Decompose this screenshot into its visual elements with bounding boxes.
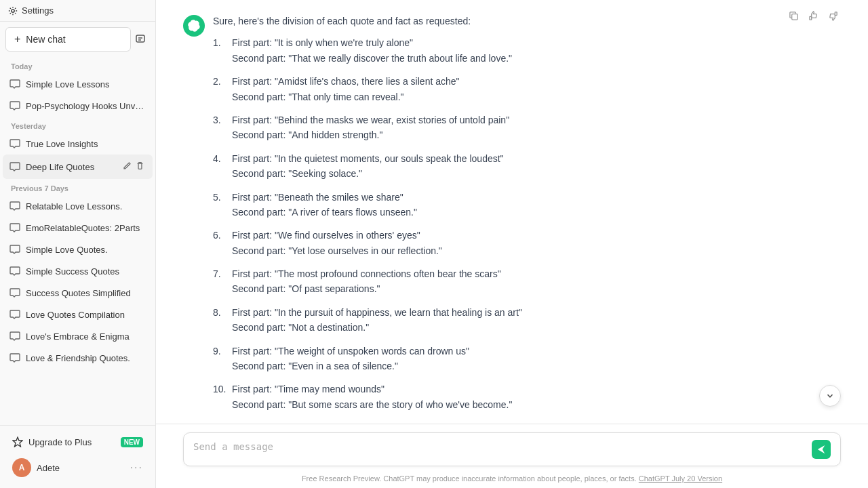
chat-icon-7: [9, 244, 20, 255]
quote-content: First part: "In the pursuit of happiness…: [232, 305, 841, 336]
quote-item-1: 1. First part: "It is only when we're tr…: [213, 35, 841, 66]
quote-num: 10.: [213, 382, 226, 412]
chat-icon-4: [9, 161, 20, 172]
item-label-emo-relatable: EmoRelatableQuotes: 2Parts: [26, 223, 146, 233]
first-part: First part: "In the pursuit of happiness…: [232, 305, 841, 320]
settings-label: Settings: [22, 5, 54, 16]
sidebar-item-simple-success-quotes[interactable]: Simple Success Quotes: [3, 260, 153, 282]
item-label-success-quotes-simplified: Success Quotes Simplified: [26, 288, 146, 298]
second-part: Second part: "That only time can reveal.…: [232, 89, 841, 104]
thumbdown-button[interactable]: [825, 8, 841, 26]
sidebar-item-love-friendship[interactable]: Love & Friendship Quotes.: [3, 347, 153, 369]
sidebar-items: Today Simple Love Lessons Pop-Psychology…: [0, 57, 155, 425]
sidebar-item-simple-love-lessons[interactable]: Simple Love Lessons: [3, 73, 153, 95]
first-part: First part: "We find ourselves in others…: [232, 228, 841, 243]
sidebar-item-pop-psychology[interactable]: Pop-Psychology Hooks Unvei...: [3, 95, 153, 117]
first-part: First part: "It is only when we're truly…: [232, 35, 841, 50]
footer-text: Free Research Preview. ChatGPT may produ…: [302, 474, 637, 483]
svg-rect-1: [136, 35, 144, 42]
chat-messages: Sure, here's the division of each quote …: [156, 0, 868, 424]
upgrade-badge: NEW: [121, 437, 143, 447]
quote-num: 4.: [213, 151, 226, 182]
quote-num: 8.: [213, 305, 226, 336]
user-profile[interactable]: A Adete ···: [5, 453, 150, 483]
sidebar-item-relatable-love[interactable]: Relatable Love Lessons.: [3, 195, 153, 217]
quote-list: 1. First part: "It is only when we're tr…: [213, 35, 841, 412]
quote-content: First part: "The weight of unspoken word…: [232, 344, 841, 374]
sidebar-bottom: Upgrade to Plus NEW A Adete ···: [0, 425, 155, 488]
sidebar-item-deep-life-quotes[interactable]: Deep Life Quotes: [3, 155, 153, 179]
quote-content: First part: "In the quietest moments, ou…: [232, 151, 841, 182]
quote-num: 2.: [213, 74, 226, 104]
quote-item-10: 10. First part: "Time may mend wounds" S…: [213, 382, 841, 412]
second-part: Second part: "Yet lose ourselves in our …: [232, 243, 841, 258]
chat-icon: [9, 79, 20, 89]
footer-link[interactable]: ChatGPT July 20 Version: [639, 474, 722, 483]
second-part: Second part: "But some scars are the sto…: [232, 397, 841, 412]
svg-rect-7: [835, 12, 837, 16]
item-label-relatable-love: Relatable Love Lessons.: [26, 201, 146, 211]
user-more-icon[interactable]: ···: [130, 462, 143, 474]
item-label-pop-psychology: Pop-Psychology Hooks Unvei...: [26, 101, 146, 111]
star-icon: [12, 436, 23, 447]
quote-num: 9.: [213, 344, 226, 374]
main-content: Sure, here's the division of each quote …: [156, 0, 868, 488]
sidebar-item-emo-relatable[interactable]: EmoRelatableQuotes: 2Parts: [3, 217, 153, 239]
footer: Free Research Preview. ChatGPT may produ…: [156, 472, 868, 488]
item-label-deep-life-quotes: Deep Life Quotes: [26, 162, 116, 172]
today-label: Today: [3, 57, 153, 73]
item-label-love-friendship: Love & Friendship Quotes.: [26, 353, 146, 363]
chat-icon-12: [9, 352, 20, 363]
chat-icon-2: [9, 100, 20, 111]
sidebar-item-success-quotes-simplified[interactable]: Success Quotes Simplified: [3, 282, 153, 304]
chat-icon-6: [9, 222, 20, 233]
quote-item-7: 7. First part: "The most profound connec…: [213, 266, 841, 297]
second-part: Second part: "Not a destination.": [232, 320, 841, 335]
quote-content: First part: "We find ourselves in others…: [232, 228, 841, 258]
sidebar: Settings + New chat Today Simple Love Le…: [0, 0, 156, 488]
send-button[interactable]: [812, 440, 831, 459]
edit-button[interactable]: [121, 160, 133, 174]
thumbup-button[interactable]: [806, 8, 821, 26]
second-part: Second part: "That we really discover th…: [232, 51, 841, 66]
quote-num: 6.: [213, 228, 226, 258]
second-part: Second part: "Seeking solace.": [232, 166, 841, 181]
svg-point-0: [12, 9, 14, 12]
sidebar-item-true-love-insights[interactable]: True Love Insights: [3, 133, 153, 155]
avatar: A: [12, 458, 31, 477]
thumbup-icon: [808, 11, 818, 21]
sidebar-item-loves-embrace-enigma[interactable]: Love's Embrace & Enigma: [3, 325, 153, 347]
message-actions: [786, 8, 841, 26]
first-part: First part: "The weight of unspoken word…: [232, 344, 841, 359]
scroll-to-bottom-button[interactable]: [819, 385, 841, 407]
message-input[interactable]: [193, 441, 806, 458]
chat-icon-9: [9, 287, 20, 298]
item-actions: [121, 160, 146, 174]
new-chat-button[interactable]: + New chat: [5, 27, 131, 52]
svg-marker-4: [13, 437, 22, 447]
settings-bar[interactable]: Settings: [0, 0, 155, 22]
delete-button[interactable]: [134, 160, 146, 174]
copy-icon: [789, 11, 799, 21]
quote-item-8: 8. First part: "In the pursuit of happin…: [213, 305, 841, 336]
item-label-simple-love-quotes: Simple Love Quotes.: [26, 245, 146, 255]
second-part: Second part: "A river of tears flows uns…: [232, 205, 841, 220]
new-chat-label: New chat: [26, 34, 65, 45]
sidebar-item-simple-love-quotes[interactable]: Simple Love Quotes.: [3, 239, 153, 260]
chat-icon-8: [9, 266, 20, 277]
copy-button[interactable]: [786, 8, 802, 26]
down-arrow-icon: [825, 391, 835, 401]
trash-icon: [136, 161, 144, 170]
quote-content: First part: "Amidst life's chaos, there …: [232, 74, 841, 104]
quote-content: First part: "Behind the masks we wear, e…: [232, 113, 841, 143]
compose-button[interactable]: [131, 29, 150, 50]
send-icon: [816, 445, 826, 454]
second-part: Second part: "Even in a sea of silence.": [232, 359, 841, 373]
upgrade-button[interactable]: Upgrade to Plus NEW: [5, 431, 150, 453]
yesterday-label: Yesterday: [3, 117, 153, 133]
first-part: First part: "Behind the masks we wear, e…: [232, 113, 841, 127]
sidebar-item-love-quotes-compilation[interactable]: Love Quotes Compilation: [3, 304, 153, 325]
svg-rect-6: [810, 16, 812, 20]
compose-icon: [135, 33, 146, 44]
first-part: First part: "Time may mend wounds": [232, 382, 841, 396]
